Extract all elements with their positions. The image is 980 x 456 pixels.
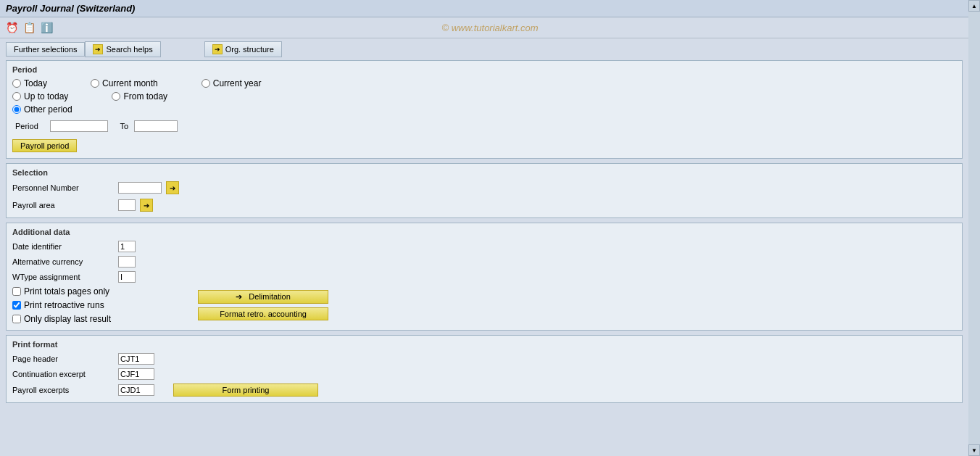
personnel-number-input[interactable] [118,182,162,194]
period-grid: Today Current month Current year Up to t… [12,78,956,152]
current-month-radio-item[interactable]: Current month [91,78,158,88]
delimitation-arrow-icon: ➔ [236,292,242,301]
other-period-label: Other period [24,104,72,115]
clock-icon[interactable]: ⏰ [4,20,19,35]
payroll-area-nav-button[interactable]: ➔ [140,199,153,212]
date-identifier-input[interactable] [118,241,136,252]
from-today-radio-item[interactable]: From today [112,91,167,101]
wtype-input[interactable] [118,271,136,283]
other-period-radio-item[interactable]: Other period [12,104,72,115]
print-format-grid: Page header Continuation excerpt Payroll… [12,353,956,397]
alt-currency-label: Alternative currency [12,257,114,266]
payroll-period-button[interactable]: Payroll period [12,139,77,152]
period-section-title: Period [12,64,956,74]
print-format-section: Print format Page header Continuation ex… [6,335,963,403]
period-from-input[interactable] [50,120,108,132]
personnel-number-row: Personnel Number ➔ [12,181,956,194]
payroll-area-label: Payroll area [12,201,114,210]
current-year-radio[interactable] [202,79,210,88]
delimitation-label: Delimitation [249,292,290,301]
additional-data-section: Additional data Date identifier Alternat… [6,223,963,331]
further-selections-button[interactable]: Further selections [6,42,85,57]
scrollbar[interactable]: ▲ ▼ [968,0,980,456]
main-content: Further selections ➔ Search helps ➔ Org.… [0,38,980,410]
payroll-area-input[interactable] [118,199,136,211]
payroll-period-label: Payroll period [20,141,69,150]
today-label: Today [24,78,47,88]
selection-grid: Personnel Number ➔ Payroll area ➔ [12,181,956,212]
only-last-item[interactable]: Only display last result [12,314,111,324]
current-month-radio[interactable] [91,79,99,88]
button-bar: Further selections ➔ Search helps ➔ Org.… [6,41,963,57]
page-header-label: Page header [12,355,114,363]
print-totals-item[interactable]: Print totals pages only [12,286,111,297]
continuation-label: Continuation excerpt [12,370,114,378]
payroll-excerpts-label: Payroll excerpts [12,386,114,394]
current-year-label: Current year [213,78,262,88]
form-printing-label: Form printing [223,386,270,394]
selection-section-title: Selection [12,167,956,177]
payroll-area-row: Payroll area ➔ [12,199,956,212]
search-helps-label: Search helps [106,45,152,54]
format-retro-label: Format retro. accounting [220,310,307,318]
payroll-period-btn-container: Payroll period [12,135,956,152]
from-today-radio[interactable] [112,92,120,101]
payroll-excerpts-input[interactable] [118,384,154,396]
additional-data-title: Additional data [12,226,956,236]
continuation-row: Continuation excerpt [12,368,956,380]
continuation-input[interactable] [118,368,154,380]
print-totals-label: Print totals pages only [24,286,109,297]
org-structure-button[interactable]: ➔ Org. structure [204,41,282,57]
form-printing-button[interactable]: Form printing [173,384,318,397]
other-period-radio[interactable] [12,105,21,114]
period-row-3: Other period [12,104,956,115]
additional-grid: Date identifier Alternative currency WTy… [12,241,956,324]
print-retro-checkbox[interactable] [12,301,21,310]
search-helps-button[interactable]: ➔ Search helps [85,41,160,57]
selection-section: Selection Personnel Number ➔ Payroll are… [6,163,963,218]
format-retro-button[interactable]: Format retro. accounting [198,307,328,320]
period-fields: Period To [15,120,956,132]
print-totals-checkbox[interactable] [12,287,21,296]
up-to-today-label: Up to today [24,91,68,101]
period-field-label: Period [15,122,44,130]
print-retro-label: Print retroactive runs [24,300,104,310]
wtype-label: WType assignment [12,273,114,281]
date-identifier-row: Date identifier [12,241,956,252]
up-to-today-radio-item[interactable]: Up to today [12,91,68,101]
further-selections-label: Further selections [14,45,77,54]
wtype-row: WType assignment [12,271,956,283]
org-structure-label: Org. structure [225,45,274,54]
period-section: Period Today Current month Current year [6,60,963,159]
org-structure-arrow-icon: ➔ [212,44,223,54]
info-icon[interactable]: ℹ️ [39,20,54,35]
personnel-number-label: Personnel Number [12,183,114,192]
checkbox-buttons-row: Print totals pages only Print retroactiv… [12,286,956,324]
from-today-label: From today [123,91,167,101]
payroll-excerpts-row: Payroll excerpts Form printing [12,384,956,397]
current-month-label: Current month [102,78,158,88]
page-title: Payroll Journal (Switzerland) [6,3,135,14]
alt-currency-input[interactable] [118,256,136,268]
scroll-up-arrow[interactable]: ▲ [968,0,980,12]
only-last-label: Only display last result [24,314,111,324]
today-radio[interactable] [12,79,21,88]
delimitation-button[interactable]: ➔ Delimitation [198,290,328,304]
print-format-title: Print format [12,339,956,349]
to-label: To [114,122,128,130]
title-bar: Payroll Journal (Switzerland) [0,0,980,17]
copy-icon[interactable]: 📋 [22,20,36,35]
scroll-down-arrow[interactable]: ▼ [968,444,980,456]
personnel-number-nav-button[interactable]: ➔ [166,181,179,194]
up-to-today-radio[interactable] [12,92,21,101]
only-last-checkbox[interactable] [12,315,21,323]
print-retro-item[interactable]: Print retroactive runs [12,300,111,310]
period-to-input[interactable] [134,120,178,132]
toolbar: ⏰ 📋 ℹ️ © www.tutorialkart.com [0,17,980,38]
watermark: © www.tutorialkart.com [441,22,538,33]
alt-currency-row: Alternative currency [12,256,956,268]
page-header-input[interactable] [118,353,154,365]
period-row-1: Today Current month Current year [12,78,956,88]
today-radio-item[interactable]: Today [12,78,47,88]
current-year-radio-item[interactable]: Current year [202,78,262,88]
